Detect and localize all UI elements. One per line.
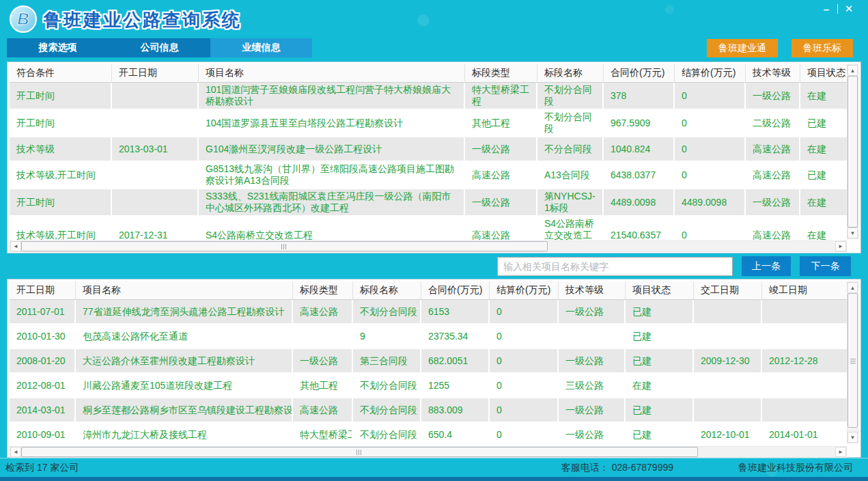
table-row[interactable]: 2010-01-30包茂高速公路怀化至通道923735.340已建 (10, 325, 847, 349)
scroll-down-icon[interactable]: ▼ (850, 435, 856, 441)
table-cell: 104国道罗源县五里至白塔段公路工程勘察设计 (199, 110, 465, 136)
table-cell: 一级公路 (559, 398, 626, 422)
table-cell: 技术等级,开工时间 (10, 162, 112, 188)
scroll-left-icon[interactable]: ◄ (13, 449, 18, 455)
project-table-panel: 开工日期项目名称标段类型标段名称合同价(万元)结算价(万元)技术等级项目状态交工… (7, 279, 861, 458)
column-header[interactable]: 项目名称 (76, 281, 293, 299)
next-record-button[interactable]: 下一条 (800, 256, 851, 276)
table-row[interactable]: 开工时间104国道罗源县五里至白塔段公路工程勘察设计其他工程不划分合同段967.… (10, 110, 847, 137)
column-header[interactable]: 技术等级 (746, 64, 800, 82)
table-cell: 0 (675, 162, 746, 188)
app-title: 鲁班建业公路查询系统 (44, 8, 242, 32)
column-header[interactable]: 标段类型 (465, 64, 537, 82)
bottom-hscroll-track[interactable] (698, 447, 835, 457)
column-header[interactable]: 标段类型 (293, 281, 353, 299)
table-cell (694, 300, 762, 323)
table-cell: 已建 (626, 325, 694, 348)
window-bottom-edge (0, 477, 868, 481)
top-vscroll-thumb[interactable] (848, 76, 858, 228)
column-header[interactable]: 合同价(万元) (604, 64, 675, 82)
table-cell (694, 325, 762, 348)
close-button[interactable]: ✕ (838, 2, 860, 16)
top-hscroll-thumb[interactable] (21, 241, 548, 251)
column-header[interactable]: 标段名称 (353, 281, 421, 299)
column-header[interactable]: 结算价(万元) (675, 64, 746, 82)
table-cell: 第NYHCSJ-1标段 (537, 189, 604, 215)
scroll-left-icon[interactable]: ◄ (13, 243, 18, 249)
table-cell: 77省道延伸线龙湾至洞头疏港公路工程勘察设计 (76, 300, 293, 323)
top-horizontal-scrollbar[interactable]: ◄ ► (10, 240, 847, 252)
table-cell: 已建 (800, 162, 847, 188)
performance-table-panel: 符合条件开工日期项目名称标段类型标段名称合同价(万元)结算价(万元)技术等级项目… (7, 61, 861, 253)
table-cell: 2014-01-01 (762, 423, 847, 446)
svg-text:B: B (17, 10, 29, 28)
luban-jianyetong-button[interactable]: 鲁班建业通 (707, 39, 778, 57)
table-cell: 2014-03-01 (10, 398, 76, 422)
table-cell: 0 (490, 325, 559, 348)
column-header[interactable]: 开工日期 (10, 281, 76, 299)
table-cell (762, 325, 847, 348)
column-header[interactable]: 项目名称 (199, 64, 465, 82)
scroll-up-icon[interactable]: ▲ (850, 285, 856, 291)
column-header[interactable]: 项目状态 (626, 281, 694, 299)
previous-record-button[interactable]: 上一条 (742, 256, 791, 276)
column-header[interactable]: 项目状态 (800, 64, 848, 82)
table-row[interactable]: 2008-01-20大运公路介休至霍州段改建工程勘察设计一级公路第三合同段682… (10, 349, 847, 374)
bottom-horizontal-scrollbar[interactable]: ◄ ► (10, 446, 847, 458)
table-cell: 在建 (800, 189, 847, 215)
table-cell: 不分合同段 (537, 137, 604, 161)
table-cell: 1255 (421, 374, 490, 397)
minimize-button[interactable]: – (815, 2, 837, 16)
table-row[interactable]: 技术等级2013-03-01G104滁州至汊河段改建一级公路工程设计一级公路不分… (10, 137, 847, 162)
column-header[interactable]: 交工日期 (694, 281, 762, 299)
table-cell: 2012-08-01 (10, 374, 76, 397)
table-cell: S4公路南桥立交改造工程 (199, 217, 465, 240)
tab-band: 搜索选项 公司信息 业绩信息 鲁班建业通 鲁班乐标 (0, 38, 868, 61)
table-cell: 2012-12-28 (762, 349, 847, 372)
table-cell: 0 (490, 349, 559, 372)
table-row[interactable]: 2011-07-0177省道延伸线龙湾至洞头疏港公路工程勘察设计高速公路不划分合… (10, 300, 847, 325)
bottom-vscroll-thumb[interactable] (848, 293, 858, 428)
tab-search-options[interactable]: 搜索选项 (7, 38, 109, 57)
table-cell (694, 374, 762, 397)
bottom-hscroll-thumb[interactable] (21, 447, 698, 457)
table-cell (762, 374, 847, 397)
bottom-vertical-scrollbar[interactable]: ▲ ▼ (847, 281, 858, 443)
top-vertical-scrollbar[interactable]: ▲ ▼ (847, 64, 858, 239)
column-header[interactable]: 符合条件 (10, 64, 112, 82)
result-count-label: 检索到 17 家公司 (5, 462, 79, 474)
table-cell: 第三合同段 (353, 349, 421, 372)
table-row[interactable]: 开工时间101国道闫营子至娘娘庙段改线工程闫营子特大桥娘娘庙大桥勘察设计特大型桥… (10, 83, 847, 110)
tab-performance-info[interactable]: 业绩信息 (210, 38, 312, 57)
scroll-right-icon[interactable]: ► (838, 243, 843, 249)
table-cell: 高速公路 (465, 217, 537, 240)
column-header[interactable]: 结算价(万元) (490, 281, 559, 299)
luban-lebiao-button[interactable]: 鲁班乐标 (792, 39, 853, 57)
table-row[interactable]: 2012-08-01川藏公路通麦至105道班段改建工程其他工程不划分合同段125… (10, 374, 847, 398)
table-cell (112, 83, 199, 109)
table-row[interactable]: 技术等级,开工时间2017-12-31S4公路南桥立交改造工程高速公路S4公路南… (10, 217, 847, 240)
table-cell: 已建 (626, 423, 694, 446)
table-cell: 378 (604, 83, 675, 109)
table-cell: 2012-10-01 (694, 423, 762, 446)
column-header[interactable]: 开工日期 (112, 64, 199, 82)
table-row[interactable]: 技术等级,开工时间G8513线九寨沟（甘川界）至绵阳段高速公路项目施工图勘察设计… (10, 162, 847, 189)
column-header[interactable]: 标段名称 (537, 64, 604, 82)
column-header[interactable]: 竣工日期 (762, 281, 848, 299)
tab-strip: 搜索选项 公司信息 业绩信息 (7, 38, 312, 57)
table-cell: 一级公路 (746, 189, 800, 215)
column-header[interactable]: 技术等级 (559, 281, 626, 299)
table-row[interactable]: 2014-03-01桐乡至莲都公路桐乡市区至乌镇段建设工程勘察设计高速公路不划分… (10, 398, 847, 423)
table-row[interactable]: 开工时间S333线、S231线南阳城区袁庄至冯庄段一级公路（南阳市中心城区外环路… (10, 189, 847, 217)
table-row[interactable]: 2010-09-01漳州市九龙江大桥及接线工程特大型桥梁工程不划分合同段650.… (10, 423, 847, 446)
column-header[interactable]: 合同价(万元) (421, 281, 490, 299)
scroll-right-icon[interactable]: ► (838, 449, 843, 455)
project-keyword-input[interactable] (497, 257, 733, 276)
table-cell: 23735.34 (421, 325, 490, 348)
scroll-down-icon[interactable]: ▼ (850, 230, 856, 236)
title-bar: B 鲁班建业公路查询系统 – ✕ (0, 0, 868, 38)
scroll-up-icon[interactable]: ▲ (850, 68, 856, 74)
tab-company-info[interactable]: 公司信息 (109, 38, 210, 57)
bottom-table-body: 2011-07-0177省道延伸线龙湾至洞头疏港公路工程勘察设计高速公路不划分合… (10, 300, 847, 446)
top-hscroll-track[interactable] (548, 241, 835, 251)
